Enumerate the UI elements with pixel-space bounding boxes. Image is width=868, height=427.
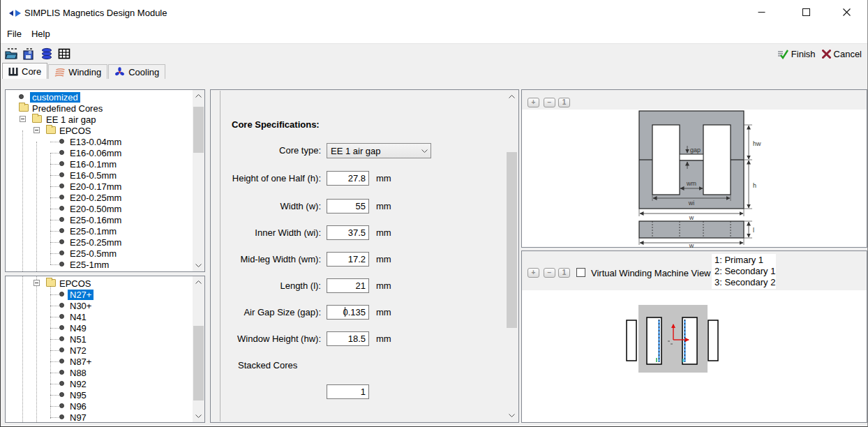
tree-item-customized[interactable]: customized xyxy=(6,91,193,103)
winding-view-canvas[interactable] xyxy=(522,290,867,422)
tree-item-material[interactable]: N92 xyxy=(6,378,193,389)
tree-item-material[interactable]: N27+ xyxy=(6,289,193,300)
tree-item-core[interactable]: E16-0.5mm xyxy=(6,170,193,181)
unit-label: mm xyxy=(376,334,391,344)
tree-item-material[interactable]: N51 xyxy=(6,334,193,345)
scrollbar-thumb[interactable] xyxy=(193,326,204,400)
cancel-button[interactable]: Cancel xyxy=(821,49,863,59)
virtual-winding-machine-checkbox[interactable] xyxy=(576,268,585,277)
tree-item-predefined-cores[interactable]: Predefined Cores xyxy=(6,103,193,114)
tree-item-label: Predefined Cores xyxy=(30,103,105,114)
tree-item-core[interactable]: E20-0.50mm xyxy=(6,203,193,214)
field-label: Length (l): xyxy=(211,280,321,291)
tree-item-material[interactable]: N96 xyxy=(6,400,193,412)
scrollbar-thumb[interactable] xyxy=(193,107,204,153)
material-tree-scrollbar[interactable] xyxy=(193,276,204,422)
folder-icon xyxy=(32,115,42,123)
tree-item-material[interactable]: N49 xyxy=(6,322,193,334)
menu-help[interactable]: Help xyxy=(27,27,55,42)
tree-item-label: E20-0.50mm xyxy=(68,204,124,214)
zoom-out-button[interactable]: − xyxy=(544,268,555,278)
tree-item-label: EPCOS xyxy=(57,278,93,289)
tree-item-core[interactable]: E25-1mm xyxy=(6,259,193,270)
collapse-minus-icon[interactable] xyxy=(33,127,40,133)
zoom-actual-button[interactable]: 1 xyxy=(558,98,570,107)
tree-item-material[interactable]: N87+ xyxy=(6,356,193,367)
tree-item-material[interactable]: N88 xyxy=(6,367,193,378)
core-type-dropdown[interactable]: EE 1 air gap xyxy=(327,143,431,158)
stacked-cores-input[interactable] xyxy=(327,384,369,399)
scroll-down-icon[interactable] xyxy=(506,410,518,421)
tree-item-material[interactable]: N97 xyxy=(6,412,193,422)
scroll-up-icon[interactable] xyxy=(193,90,204,102)
tree-item-core[interactable]: E20-0.25mm xyxy=(6,192,193,203)
data-table-button[interactable] xyxy=(57,47,70,60)
menu-file[interactable]: File xyxy=(2,27,27,42)
midleg-width-input[interactable] xyxy=(327,252,369,267)
maximize-button[interactable] xyxy=(791,0,822,24)
tree-item-core[interactable]: E25-0.25mm xyxy=(6,237,193,248)
width-row: Width (w): mm xyxy=(211,199,518,214)
scroll-down-icon[interactable] xyxy=(193,410,204,422)
close-button[interactable] xyxy=(831,0,862,24)
scroll-up-icon[interactable] xyxy=(506,91,518,103)
core-tree: customized Predefined Cores EE 1 air gap… xyxy=(6,90,193,271)
tree-item-core[interactable]: E13-0.04mm xyxy=(6,136,193,147)
scroll-up-icon[interactable] xyxy=(193,276,204,288)
collapse-minus-icon[interactable] xyxy=(20,116,26,122)
tree-item-epcos-materials[interactable]: EPCOS xyxy=(6,278,193,289)
zoom-in-button[interactable]: + xyxy=(527,98,539,107)
titlebar[interactable]: SIMPLIS Magnetics Design Module xyxy=(1,0,867,25)
length-input[interactable] xyxy=(327,278,369,293)
tree-item-label: E20-0.17mm xyxy=(68,181,124,192)
form-scrollbar[interactable] xyxy=(506,91,518,421)
open-design-button[interactable] xyxy=(5,47,18,60)
layers-icon xyxy=(40,47,53,60)
inner-width-input[interactable] xyxy=(327,225,369,240)
window-height-input[interactable] xyxy=(327,331,369,346)
form-heading: Core Specifications: xyxy=(232,119,320,130)
scroll-down-icon[interactable] xyxy=(193,260,204,271)
tree-item-material[interactable]: N72 xyxy=(6,345,193,356)
tree-item-material[interactable]: N95 xyxy=(6,389,193,400)
tree-item-label: E25-0.5mm xyxy=(68,248,119,259)
tree-item-core[interactable]: E16-0.1mm xyxy=(6,158,193,170)
item-dot-icon xyxy=(59,314,64,319)
tree-item-ee-1-air-gap[interactable]: EE 1 air gap xyxy=(6,114,193,125)
height-input[interactable] xyxy=(327,171,369,186)
w2-dim-label: w xyxy=(689,242,694,248)
core-tree-scrollbar[interactable] xyxy=(193,90,204,271)
minimize-button[interactable] xyxy=(746,0,777,24)
save-design-button[interactable] xyxy=(22,47,36,60)
zoom-out-button[interactable]: − xyxy=(544,98,555,107)
tree-item-material[interactable]: N41 xyxy=(6,311,193,322)
core-view-canvas[interactable]: gap hw h wm wi xyxy=(522,110,867,247)
tree-item-core[interactable]: E16-0.06mm xyxy=(6,147,193,158)
tree-item-core[interactable]: E25-0.1mm xyxy=(6,225,193,237)
width-input[interactable] xyxy=(327,199,369,214)
collapse-minus-icon[interactable] xyxy=(33,280,40,286)
air-gap-row: Air Gap Size (gap): mm xyxy=(211,305,518,320)
tree-item-label: E16-0.1mm xyxy=(68,159,119,170)
air-gap-input[interactable] xyxy=(327,305,369,320)
core-type-value: EE 1 air gap xyxy=(327,146,418,156)
tree-item-core[interactable]: E25-0.5mm xyxy=(6,248,193,259)
tab-cooling[interactable]: Cooling xyxy=(108,64,165,79)
item-dot-icon xyxy=(59,336,64,341)
material-database-button[interactable] xyxy=(40,47,53,60)
tree-item-core[interactable]: E20-0.17mm xyxy=(6,181,193,192)
tree-item-material[interactable]: N30+ xyxy=(6,300,193,311)
finish-button[interactable]: Finish xyxy=(776,49,817,59)
tree-item-label: E16-0.5mm xyxy=(68,170,119,181)
tree-item-core[interactable]: E25-0.16mm xyxy=(6,214,193,225)
tree-item-label: EPCOS xyxy=(57,126,93,136)
hw-dim-label: hw xyxy=(753,140,761,147)
zoom-actual-button[interactable]: 1 xyxy=(558,268,570,278)
tree-item-epcos[interactable]: EPCOS xyxy=(6,125,193,136)
tab-winding[interactable]: Winding xyxy=(48,64,107,79)
unit-label: mm xyxy=(376,280,391,291)
tab-core[interactable]: Core xyxy=(2,63,47,79)
zoom-in-button[interactable]: + xyxy=(527,268,539,278)
tree-item-label: N72 xyxy=(68,345,89,356)
scrollbar-thumb[interactable] xyxy=(507,152,517,328)
